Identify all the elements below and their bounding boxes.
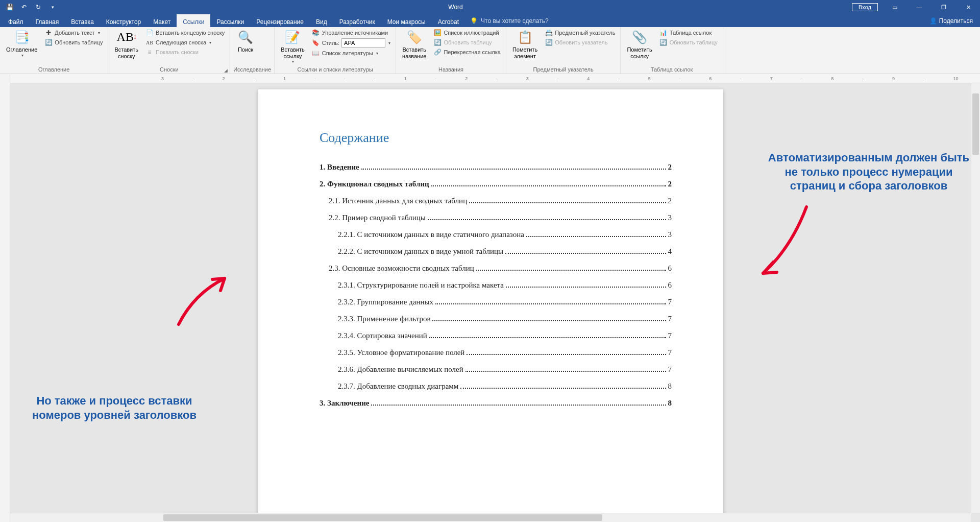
scrollbar-thumb[interactable] (972, 93, 979, 155)
toc-entry[interactable]: 2.3. Основные возможности сводных таблиц… (320, 263, 672, 274)
toc-leader-dots (505, 253, 666, 254)
tab-acrobat[interactable]: Acrobat (432, 14, 465, 27)
search-icon: 🔍 (237, 29, 254, 45)
close-button[interactable]: ✕ (957, 0, 980, 14)
toc-entry[interactable]: 2.2. Пример сводной таблицы 3 (320, 212, 672, 223)
toc-text: 2.3.6. Добавление вычисляемых полей (338, 364, 463, 375)
toc-entry[interactable]: 2.3.5. Условное форматирование полей 7 (320, 347, 672, 358)
insert-authorities[interactable]: 📊Таблица ссылок (657, 28, 720, 37)
tab-file[interactable]: Файл (2, 14, 30, 27)
bibliography[interactable]: 📖Список литературы▾ (310, 49, 393, 58)
toc-entry[interactable]: 2.3.1. Структурирование полей и настройк… (320, 280, 672, 291)
insert-index[interactable]: 📇Предметный указатель (543, 28, 617, 37)
chevron-down-icon: ▾ (98, 31, 100, 35)
ribbon-display-options[interactable]: ▭ (883, 0, 906, 14)
smart-lookup-button[interactable]: 🔍 Поиск (233, 28, 258, 54)
toc-text: 2.3.4. Сортировка значений (338, 330, 427, 341)
undo-icon: ↶ (21, 4, 27, 11)
toc-page-number: 2 (668, 162, 672, 173)
toc-entry[interactable]: 1. Введение 2 (320, 162, 672, 173)
insert-endnote[interactable]: 📄Вставить концевую сноску (143, 28, 227, 37)
toc-add-text[interactable]: ✚Добавить текст▾ (42, 28, 105, 37)
scrollbar-thumb[interactable] (163, 514, 602, 521)
toc-text: 2. Функционал сводных таблиц (320, 179, 429, 189)
style-select[interactable] (341, 38, 385, 48)
tab-design[interactable]: Конструктор (100, 14, 147, 27)
vertical-scrollbar[interactable] (971, 83, 980, 513)
footnotes-launcher[interactable]: ◢ (224, 68, 228, 73)
index-icon: 📇 (545, 29, 553, 37)
toc-entry[interactable]: 2.3.4. Сортировка значений 7 (320, 330, 672, 341)
toc-page-number: 3 (668, 229, 672, 240)
toc-leader-dots (526, 236, 666, 237)
toc-entry[interactable]: 3. Заключение 8 (320, 398, 672, 409)
share-button[interactable]: 👤 Поделиться (922, 14, 980, 27)
cross-reference[interactable]: 🔗Перекрестная ссылка (431, 48, 503, 57)
show-icon: ≡ (145, 48, 154, 56)
toc-text: 2.3.2. Группирование данных (338, 297, 433, 307)
chevron-down-icon: ▾ (388, 41, 390, 45)
qat-save[interactable]: 💾 (3, 1, 16, 13)
ribbon-group-research: 🔍 Поиск Исследование (230, 27, 275, 74)
tab-view[interactable]: Вид (310, 14, 333, 27)
next-footnote[interactable]: ABСледующая сноска▾ (143, 38, 227, 47)
toc-entry[interactable]: 2. Функционал сводных таблиц 2 (320, 179, 672, 189)
insert-citation-button[interactable]: 📝 Вставить ссылку ▾ (278, 28, 308, 65)
toc-entry[interactable]: 2.2.1. С источником данных в виде статич… (320, 229, 672, 240)
toc-entry[interactable]: 2.3.3. Применение фильтров 7 (320, 314, 672, 324)
insert-caption-button[interactable]: 🏷️ Вставить название (399, 28, 429, 60)
group-label-authorities: Таблица ссылок (624, 66, 719, 74)
toc-leader-dots (465, 371, 666, 372)
footnote-icon: AB1 (118, 29, 135, 45)
tab-mailings[interactable]: Рассылки (210, 14, 250, 27)
table-of-figures[interactable]: 🖼️Список иллюстраций (431, 28, 503, 37)
toc-update[interactable]: 🔄Обновить таблицу (42, 38, 105, 47)
share-label: Поделиться (939, 17, 973, 25)
manage-sources[interactable]: 📚Управление источниками (310, 28, 393, 37)
show-footnotes: ≡Показать сноски (143, 48, 227, 57)
maximize-button[interactable]: ❐ (932, 0, 955, 14)
group-label-research: Исследование (233, 66, 271, 74)
mark-entry-icon: 📋 (517, 29, 533, 45)
tab-layout[interactable]: Макет (147, 14, 177, 27)
lightbulb-icon: 💡 (470, 17, 478, 25)
toc-button[interactable]: 📑 Оглавление ▾ (3, 28, 40, 59)
toc-leader-dots (371, 405, 666, 406)
vertical-ruler[interactable] (0, 74, 10, 522)
sources-icon: 📚 (312, 29, 320, 37)
insert-citation-label: Вставить ссылку (281, 46, 305, 59)
tab-home[interactable]: Главная (30, 14, 65, 27)
insert-footnote-button[interactable]: AB1 Вставить сноску (111, 28, 141, 60)
minimize-button[interactable]: — (908, 0, 931, 14)
horizontal-scrollbar[interactable] (10, 513, 971, 522)
tab-insert[interactable]: Вставка (65, 14, 100, 27)
tell-me-search[interactable]: 💡 Что вы хотите сделать? (465, 14, 554, 27)
crossref-icon: 🔗 (433, 48, 442, 56)
toc-entry[interactable]: 2.1. Источник данных для сводных таблиц … (320, 196, 672, 206)
citation-style[interactable]: 🔖Стиль: ▾ (310, 38, 393, 48)
horizontal-ruler[interactable]: 3·2·1···1·2·3·4·5·6·7·8·9·10·11·12·13·14… (10, 74, 980, 83)
toc-entry[interactable]: 2.2.2. С источником данных в виде умной … (320, 246, 672, 257)
document-page[interactable]: Содержание 1. Введение 22. Функционал св… (258, 89, 723, 513)
toc-text: 2.3. Основные возможности сводных таблиц (329, 263, 474, 274)
ribbon-group-index: 📋 Пометить элемент 📇Предметный указатель… (506, 27, 621, 74)
mark-entry-label: Пометить элемент (512, 46, 537, 59)
tab-review[interactable]: Рецензирование (250, 14, 310, 27)
mark-citation-button[interactable]: 📎 Пометить ссылку (624, 28, 655, 60)
toc-text: 2.3.5. Условное форматирование полей (338, 347, 464, 358)
toc-entry[interactable]: 2.3.2. Группирование данных 7 (320, 297, 672, 307)
tab-my-macros[interactable]: Мои макросы (381, 14, 432, 27)
qat-redo[interactable]: ↻ (32, 1, 45, 13)
mark-entry-button[interactable]: 📋 Пометить элемент (509, 28, 541, 60)
qat-undo[interactable]: ↶ (17, 1, 31, 13)
toc-entry[interactable]: 2.3.7. Добавление сводных диаграмм 8 (320, 381, 672, 392)
tab-developer[interactable]: Разработчик (333, 14, 381, 27)
tab-references[interactable]: Ссылки (177, 14, 210, 27)
qat-customize[interactable]: ▾ (46, 1, 59, 13)
toc-leader-dots (469, 202, 666, 203)
document-scroll[interactable]: Содержание 1. Введение 22. Функционал св… (10, 83, 971, 513)
toc-entry[interactable]: 2.3.6. Добавление вычисляемых полей 7 (320, 364, 672, 375)
login-button[interactable]: Вход (852, 3, 878, 11)
mark-citation-label: Пометить ссылку (627, 46, 652, 59)
chevron-down-icon: ▾ (21, 53, 23, 58)
